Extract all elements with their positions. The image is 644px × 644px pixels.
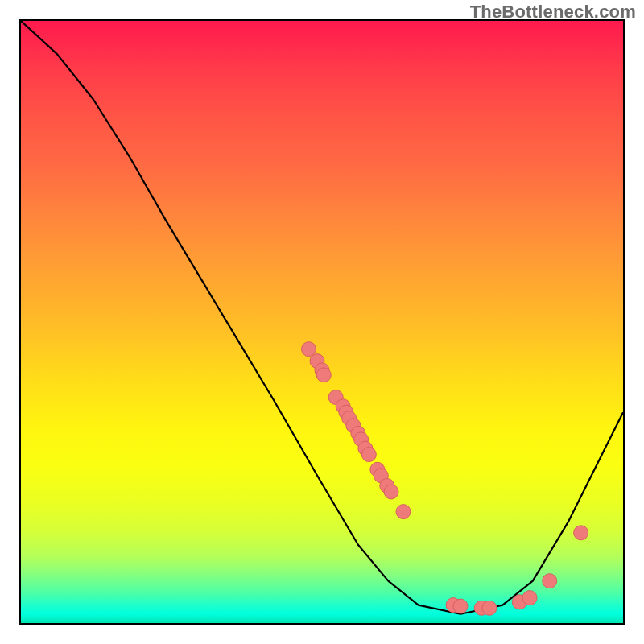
- data-point: [316, 368, 331, 382]
- data-point: [453, 599, 468, 613]
- data-point: [384, 485, 398, 499]
- data-point: [543, 574, 557, 588]
- data-point: [574, 526, 588, 540]
- watermark-text: TheBottleneck.com: [470, 2, 636, 23]
- data-point: [482, 601, 497, 615]
- plot-svg: [21, 21, 623, 623]
- data-points-group: [302, 342, 588, 616]
- data-point: [361, 448, 376, 462]
- data-point: [396, 505, 411, 519]
- data-point: [522, 591, 537, 605]
- chart-frame: TheBottleneck.com: [0, 0, 644, 644]
- data-point: [302, 342, 316, 357]
- bottleneck-curve: [21, 21, 623, 614]
